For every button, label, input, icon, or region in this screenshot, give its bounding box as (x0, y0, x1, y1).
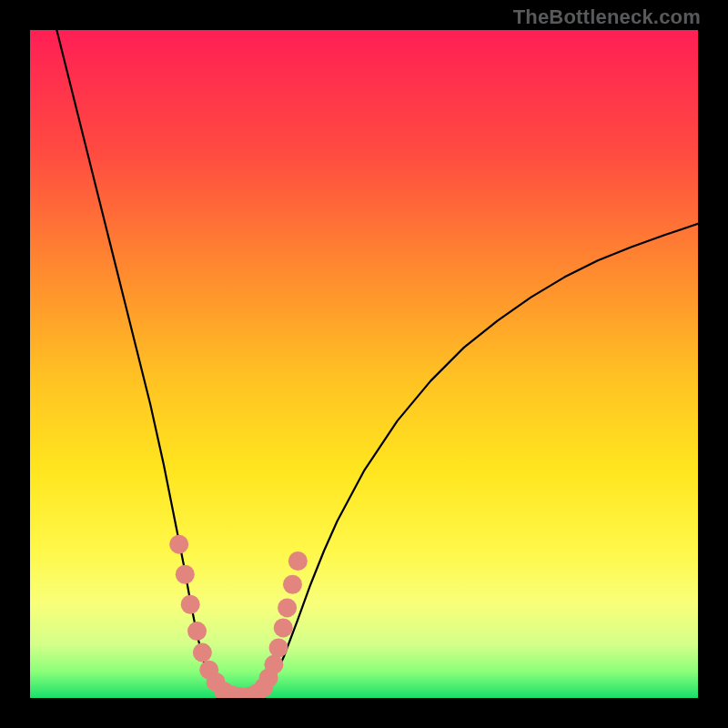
plot-area (30, 30, 698, 698)
highlight-dot (176, 565, 195, 584)
highlight-dot (274, 618, 293, 637)
highlight-dot (278, 598, 297, 617)
highlight-dot (187, 622, 207, 641)
highlight-dot (181, 595, 200, 614)
gradient-bg (30, 30, 698, 698)
highlight-dot (283, 575, 302, 594)
highlight-dot (269, 638, 288, 657)
attribution-label: TheBottleneck.com (513, 5, 701, 29)
highlight-dot (193, 643, 212, 662)
figure-root: TheBottleneck.com (0, 0, 728, 728)
highlight-dot (169, 535, 188, 554)
highlight-dot (288, 551, 308, 571)
highlight-dot (264, 655, 283, 674)
chart-svg (30, 30, 698, 698)
